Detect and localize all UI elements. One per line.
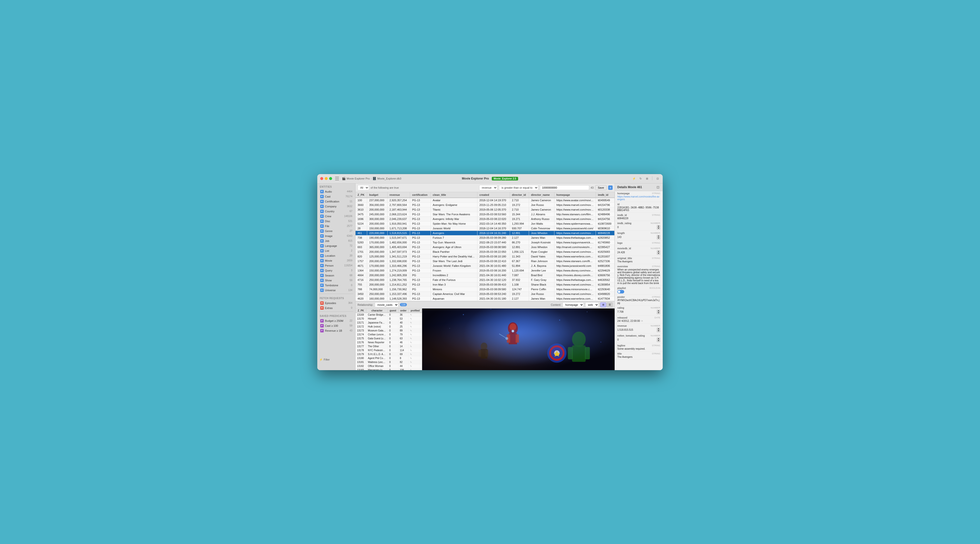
- maximize-button[interactable]: [329, 177, 332, 180]
- table-row[interactable]: 3660356,000,0002,797,800,564PG-13Avenger…: [356, 203, 615, 207]
- sidebar-item-query[interactable]: E Query 3: [318, 268, 354, 273]
- sidebar-item-disc[interactable]: E Disc 531: [318, 219, 354, 224]
- list-view-button[interactable]: ☰: [607, 302, 612, 307]
- date-clear-button[interactable]: ✕: [641, 320, 643, 322]
- sidebar-item-episodes[interactable]: R Episodes 364: [318, 301, 354, 306]
- panel-toggle-button[interactable]: ⊞: [645, 176, 649, 181]
- cast-table-row[interactable]: 13172Hulk (voice)025✎: [356, 325, 422, 328]
- sidebar-item-cast-predicate[interactable]: P Cast ≥ 100 59: [318, 323, 354, 328]
- save-button[interactable]: Save: [595, 185, 607, 190]
- table-row[interactable]: 693365,000,0001,405,403,694PG-13Avengers…: [356, 244, 615, 249]
- cast-table-row[interactable]: 13178NYC Pedestrian (uncredited)0114✎: [356, 348, 422, 352]
- decrement-button[interactable]: ▼: [657, 227, 660, 230]
- data-table-container[interactable]: Z_PK budget revenue certification clean_…: [356, 192, 615, 301]
- cast-table-row[interactable]: 13175Gala Guest (uncredited)063✎: [356, 336, 422, 340]
- field-value[interactable]: https://www.marvel.com/movies/the-avenge…: [617, 195, 660, 201]
- sidebar-item-crew[interactable]: E Crew 148106: [318, 214, 354, 219]
- table-row[interactable]: 4620160,000,0001,148,528,393PG-13Aquaman…: [356, 296, 615, 301]
- table-row[interactable]: 5283170,000,0001,482,656,000PG-13Top Gun…: [356, 240, 615, 244]
- table-row[interactable]: 78874,000,0001,156,730,962PGMinions2019-…: [356, 287, 615, 292]
- relationship-select[interactable]: movie_casts: [375, 302, 398, 307]
- table-row[interactable]: 100237,000,0002,920,357,254PG-13Avatar20…: [356, 198, 615, 203]
- content-select[interactable]: homepage: [563, 302, 584, 307]
- number-stepper[interactable]: ▲▼: [657, 338, 660, 342]
- table-row[interactable]: 3450250,000,0001,153,337,496PG-13Captain…: [356, 292, 615, 296]
- sidebar-item-image[interactable]: E Image 6343: [318, 233, 354, 238]
- sidebar-item-universe[interactable]: E Universe 134: [318, 288, 354, 293]
- decrement-button[interactable]: ▼: [657, 252, 660, 255]
- table-row[interactable]: 1696300,000,0002,046,239,637PG-13Avenger…: [356, 217, 615, 221]
- sidebar-item-extras[interactable]: R Extras 0: [318, 306, 354, 311]
- cast-table-row[interactable]: 13170Himself053✎: [356, 317, 422, 320]
- sidebar-item-list[interactable]: E List 2: [318, 248, 354, 253]
- filter-icon-button[interactable]: ⚡: [632, 176, 636, 181]
- table-row[interactable]: 5224200,000,0001,916,050,941PG-13Spider-…: [356, 221, 615, 226]
- cast-table-row[interactable]: 13171Japanese Family040✎: [356, 320, 422, 325]
- sidebar-toggle-button[interactable]: [335, 177, 339, 180]
- table-row[interactable]: 755200,000,0001,214,811,252PG-13Iron Man…: [356, 282, 615, 287]
- decrement-button[interactable]: ▼: [657, 237, 660, 239]
- table-row[interactable]: 3610200,000,0002,187,463,944PG-13Titanic…: [356, 207, 615, 212]
- table-row[interactable]: 3475245,000,0002,068,223,624PG-13Star Wa…: [356, 212, 615, 217]
- value-input[interactable]: [540, 185, 589, 190]
- cast-table-row[interactable]: 13173Museum Gala Guest (uncredited)089✎: [356, 328, 422, 332]
- number-stepper[interactable]: ▲▼: [657, 225, 660, 230]
- table-row[interactable]: 738190,000,0001,515,047,671PG-13Furious …: [356, 235, 615, 240]
- cast-table-row[interactable]: 13183Mercenary (uncredited)0106✎: [356, 368, 422, 370]
- table-row[interactable]: 4671170,000,0001,310,466,296PG-13Jurassi…: [356, 263, 615, 268]
- cast-table-row[interactable]: 13177The Other014✎: [356, 344, 422, 348]
- decrement-button[interactable]: ▼: [657, 340, 660, 342]
- cast-table-row[interactable]: 13174Civilian (uncredited)079✎: [356, 332, 422, 336]
- table-row[interactable]: 461220,000,0001,518,815,515PG-13Avengers…: [356, 231, 615, 235]
- number-stepper[interactable]: ▲▼: [657, 235, 660, 239]
- view-mode-select[interactable]: web: [585, 302, 599, 307]
- filter-button[interactable]: ⚡ Filter: [317, 357, 355, 363]
- table-row[interactable]: 1701200,000,0001,347,597,973PG-13Black P…: [356, 249, 615, 254]
- cast-table-area[interactable]: Z_PK character guest order profiled 1316…: [356, 309, 422, 370]
- sidebar-item-country[interactable]: E Country 67: [318, 209, 354, 214]
- bool-toggle[interactable]: [617, 290, 624, 293]
- field-select[interactable]: revenue: [479, 185, 497, 190]
- sidebar-item-location[interactable]: E Location 20: [318, 253, 354, 258]
- sidebar-item-movie[interactable]: E Movie 2659: [318, 258, 354, 263]
- add-condition-button[interactable]: +: [608, 186, 612, 190]
- cast-table-row[interactable]: 13182Office Woman044✎: [356, 364, 422, 368]
- number-stepper[interactable]: ▲▼: [657, 250, 660, 255]
- cast-table-row[interactable]: 13176News Reporter046✎: [356, 340, 422, 344]
- sidebar-item-genre[interactable]: E Genre 27: [318, 228, 354, 233]
- sidebar-item-file[interactable]: E File 2577: [318, 224, 354, 228]
- close-button[interactable]: [320, 177, 323, 180]
- sidebar-item-tombstone[interactable]: E Tombstone 0: [318, 283, 354, 288]
- sidebar-item-revenue-predicate[interactable]: P Revenue ≥ 1B 43: [318, 328, 354, 333]
- sidebar-item-person[interactable]: E Person 119254: [318, 263, 354, 268]
- operator-select[interactable]: is greater than or equal to: [499, 185, 538, 190]
- cast-table-row[interactable]: 13181Waitress (uncredited)082✎: [356, 360, 422, 364]
- expand-button[interactable]: ⊡: [655, 176, 660, 181]
- scope-select[interactable]: All: [358, 185, 369, 190]
- sidebar-item-company[interactable]: E Company 3632: [318, 204, 354, 209]
- table-row[interactable]: 4716250,000,0001,238,764,765PG-13Fate of…: [356, 278, 615, 282]
- minimize-button[interactable]: [325, 177, 328, 180]
- sidebar-item-cast[interactable]: E Cast 76174: [318, 194, 354, 199]
- sidebar-item-budget-predicate[interactable]: P Budget ≥ 250M 22: [318, 318, 354, 323]
- number-stepper[interactable]: ▲▼: [657, 310, 660, 314]
- table-row[interactable]: 1757200,000,0001,332,698,830PG-13Star Wa…: [356, 259, 615, 263]
- sidebar-item-audio[interactable]: E Audio 4464: [318, 189, 354, 194]
- details-expand-button[interactable]: ⊡: [656, 185, 660, 189]
- table-row[interactable]: 28150,000,0001,671,713,208PG-13Jurassic …: [356, 226, 615, 231]
- table-row[interactable]: 820125,000,0001,341,511,219PG-13Harry Po…: [356, 254, 615, 259]
- sidebar-item-show[interactable]: E Show 59: [318, 278, 354, 283]
- table-row[interactable]: 4664200,000,0001,242,805,359PGIncredible…: [356, 273, 615, 278]
- sidebar-item-season[interactable]: E Season 68: [318, 273, 354, 278]
- cast-table-row[interactable]: 13179S.H.I.E.L.D. Agent (uncredited)069✎: [356, 352, 422, 356]
- grid-view-button[interactable]: ⊞: [600, 302, 606, 307]
- cast-table-row[interactable]: 13169Carrier BridgeTechs036✎: [356, 313, 422, 317]
- decrement-button[interactable]: ▼: [657, 312, 660, 314]
- decrement-button[interactable]: ▼: [657, 330, 660, 332]
- sidebar-item-certification[interactable]: E Certification 11: [318, 199, 354, 204]
- cast-table-row[interactable]: 13180Agent Phil Coulson08✎: [356, 356, 422, 360]
- number-stepper[interactable]: ▲▼: [657, 328, 660, 332]
- sidebar-item-job[interactable]: E Job 815: [318, 238, 354, 243]
- sidebar-item-language[interactable]: E Language 72: [318, 243, 354, 248]
- refresh-button[interactable]: ↻: [638, 176, 643, 181]
